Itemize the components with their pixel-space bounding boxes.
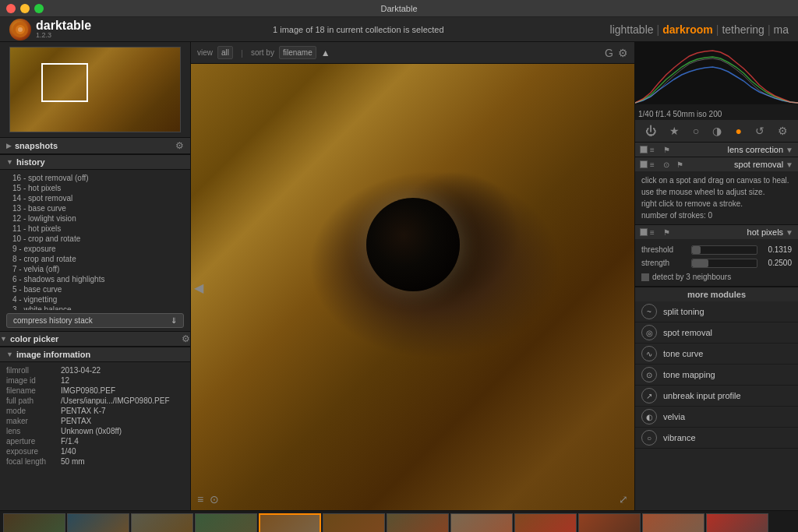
history-item[interactable]: 14 - spot removal: [0, 193, 190, 203]
history-item[interactable]: 11 - hot pixels: [0, 224, 190, 234]
module-icon: ◎: [641, 325, 657, 340]
lens-correction-module: ≡ ⚑ lens correction ▼: [635, 143, 798, 157]
filmstrip-thumb[interactable]: [578, 513, 641, 533]
filmstrip-thumb[interactable]: [323, 513, 385, 533]
hot-pixels-checkbox[interactable]: [640, 228, 648, 236]
image-info-section-header[interactable]: ▼ image information: [0, 347, 190, 362]
minimize-button[interactable]: [20, 4, 30, 13]
history-item[interactable]: 6 - shadows and highlights: [0, 274, 190, 284]
spot-removal-checkbox[interactable]: [640, 160, 648, 168]
dot-icon[interactable]: ●: [734, 123, 743, 139]
power-icon[interactable]: ⏻: [644, 123, 658, 139]
module-label: velvia: [663, 412, 685, 421]
app-icon: [9, 19, 31, 41]
filmstrip-thumb[interactable]: [195, 513, 257, 533]
strength-slider[interactable]: [691, 259, 757, 268]
lens-correction-header[interactable]: ≡ ⚑ lens correction ▼: [635, 143, 798, 157]
info-val: /Users/ianpui.../IMGP0980.PEF: [61, 396, 184, 405]
module-label: tone curve: [663, 349, 703, 358]
more-module-item[interactable]: ◐velvia: [635, 407, 798, 428]
filmstrip-thumb[interactable]: [706, 513, 768, 533]
close-button[interactable]: [6, 4, 16, 13]
more-module-item[interactable]: ∿tone curve: [635, 344, 798, 365]
expand-icon[interactable]: ⤢: [619, 493, 628, 506]
darkroom-mode[interactable]: darkroom: [662, 23, 713, 36]
history-item[interactable]: 10 - crop and rotate: [0, 234, 190, 244]
info-val: PENTAX K-7: [61, 407, 184, 415]
spot-removal-title: spot removal: [690, 160, 783, 169]
info-row: lensUnknown (0x08ff): [6, 426, 184, 436]
module-label: unbreak input profile: [663, 391, 741, 400]
more-module-item[interactable]: ↗unbreak input profile: [635, 386, 798, 407]
history-item[interactable]: 4 - vignetting: [0, 294, 190, 305]
more-module-item[interactable]: ~split toning: [635, 301, 798, 322]
center-panel: view all | sort by filename ▲ G ⚙ ◀ ≡ ⊙ …: [191, 42, 634, 510]
history-item[interactable]: 7 - velvia (off): [0, 264, 190, 274]
history-item[interactable]: 15 - hot pixels: [0, 183, 190, 193]
sort-order-asc[interactable]: ▲: [321, 48, 330, 58]
spot-removal-header[interactable]: ≡ ⊙ ⚑ spot removal ▼: [635, 157, 798, 171]
settings-icon[interactable]: ⚙: [618, 47, 628, 59]
color-picker-settings-icon[interactable]: ⚙: [182, 333, 190, 344]
info-row: apertureF/1.4: [6, 436, 184, 446]
image-info-header-left: ▼ image information: [6, 350, 90, 359]
threshold-label: threshold: [641, 244, 688, 255]
filmstrip-thumb[interactable]: [387, 513, 449, 533]
window-controls[interactable]: [6, 4, 44, 13]
circle-icon[interactable]: ○: [691, 123, 701, 139]
filmstrip-thumb[interactable]: [131, 513, 193, 533]
main-image[interactable]: [191, 64, 634, 510]
history-section-header[interactable]: ▼ history: [0, 154, 190, 170]
svg-point-2: [18, 27, 23, 32]
filmstrip-thumb[interactable]: [67, 513, 129, 533]
module-label: tone mapping: [663, 370, 715, 379]
thumb-image: [10, 48, 180, 132]
lens-correction-arrow: ▼: [786, 146, 793, 154]
refresh-icon[interactable]: ↺: [754, 123, 766, 139]
halfcircle-icon[interactable]: ◑: [711, 123, 723, 139]
info-key: mode: [6, 407, 61, 415]
history-item[interactable]: 9 - exposure: [0, 244, 190, 254]
map-mode[interactable]: ma: [774, 23, 789, 36]
more-module-item[interactable]: ○vibrance: [635, 428, 798, 449]
filmstrip-thumb[interactable]: [642, 513, 704, 533]
menu-icon[interactable]: ≡: [197, 493, 203, 506]
left-panel: ▶ snapshots ⚙ ▼ history 16 - spot remova…: [0, 42, 191, 510]
snapshots-header-left: ▶ snapshots: [6, 141, 58, 150]
history-item[interactable]: 13 - base curve: [0, 203, 190, 213]
snapshots-section-header[interactable]: ▶ snapshots ⚙: [0, 137, 190, 154]
info-key: lens: [6, 427, 61, 435]
info-row: focal length50 mm: [6, 456, 184, 467]
spot-removal-arrow: ▼: [786, 160, 793, 169]
history-item[interactable]: 12 - lowlight vision: [0, 213, 190, 224]
detect-checkbox[interactable]: [641, 273, 649, 281]
sort-filename-button[interactable]: filename: [279, 46, 316, 59]
history-item[interactable]: 3 - white balance: [0, 305, 190, 310]
filmstrip-thumb[interactable]: [514, 513, 577, 533]
more-module-item[interactable]: ⊙tone mapping: [635, 365, 798, 386]
maximize-button[interactable]: [34, 4, 44, 13]
share-icon[interactable]: ⊙: [210, 493, 219, 506]
compress-history-button[interactable]: compress history stack ⇓: [6, 313, 184, 328]
module-label: split toning: [663, 307, 704, 316]
panel-toggle-left[interactable]: ◀: [194, 280, 203, 294]
color-picker-section-header[interactable]: ▼ color picker ⚙: [0, 331, 190, 347]
lens-correction-checkbox[interactable]: [640, 146, 648, 153]
refresh-icon[interactable]: G: [605, 47, 613, 59]
star-icon[interactable]: ★: [668, 123, 681, 139]
more-module-item[interactable]: ◎spot removal: [635, 322, 798, 344]
snapshots-settings-icon[interactable]: ⚙: [175, 140, 184, 151]
filmstrip-thumb[interactable]: [450, 513, 513, 533]
threshold-slider[interactable]: [691, 245, 757, 255]
filmstrip-thumb[interactable]: [259, 513, 321, 533]
filmstrip-thumb[interactable]: [3, 513, 65, 533]
hot-pixels-header[interactable]: ≡ ⚑ hot pixels ▼: [635, 225, 798, 239]
tethering-mode[interactable]: tethering: [722, 23, 764, 36]
history-item[interactable]: 5 - base curve: [0, 284, 190, 294]
lighttable-mode[interactable]: lighttable: [610, 23, 654, 36]
module-icon: ◐: [641, 409, 657, 425]
view-all-button[interactable]: all: [217, 46, 233, 59]
wrench-icon[interactable]: ⚙: [776, 123, 789, 139]
history-item[interactable]: 16 - spot removal (off): [0, 173, 190, 183]
history-item[interactable]: 8 - crop and rotate: [0, 254, 190, 264]
